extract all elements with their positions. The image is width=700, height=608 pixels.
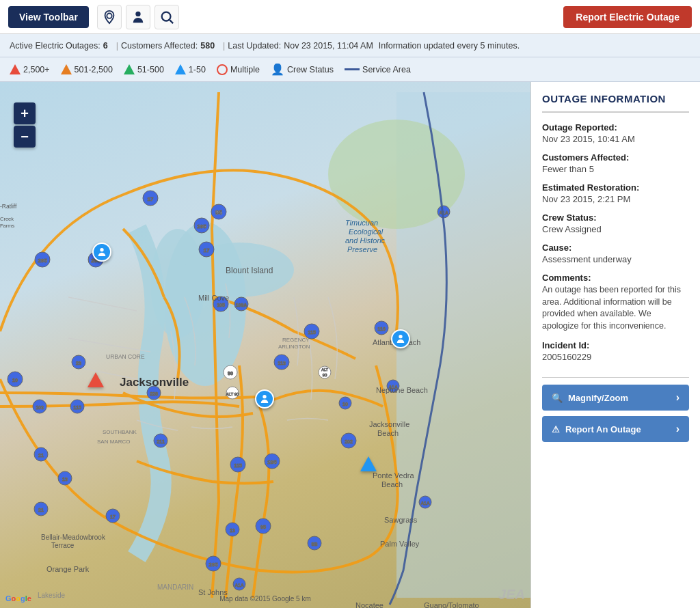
zoom-in-button[interactable]: + [14, 102, 36, 124]
active-outages-value: 6 [103, 41, 108, 51]
report-chevron-icon: › [676, 423, 679, 435]
header: View Toolbar Report Electric Outage [0, 0, 700, 34]
svg-text:Farms: Farms [0, 223, 14, 229]
report-electric-outage-button[interactable]: Report Electric Outage [563, 6, 692, 28]
svg-line-3 [170, 20, 173, 23]
svg-text:Bellair-Meadowbrook: Bellair-Meadowbrook [41, 534, 106, 541]
update-note: Information updated every 5 minutes. [379, 41, 520, 51]
crew-status-value: Crew Assigned [542, 224, 689, 234]
incident-id-value: 2005160229 [542, 352, 689, 362]
svg-text:90: 90 [323, 373, 327, 377]
customers-affected-value-panel: Fewer than 5 [542, 164, 689, 174]
svg-text:295: 295 [267, 459, 277, 465]
svg-text:17: 17 [110, 514, 116, 519]
map-background: 95 295 295 295 295 295 105 202 17 17 113… [0, 82, 530, 608]
svg-text:10: 10 [342, 402, 348, 406]
svg-point-119 [399, 335, 402, 338]
svg-text:105: 105 [217, 303, 225, 307]
svg-text:Jacksonville: Jacksonville [120, 376, 189, 389]
legend-51-500: 51-500 [124, 64, 164, 74]
comments-label: Comments: [542, 273, 689, 283]
svg-text:Jacksonville: Jacksonville [369, 420, 409, 428]
zoom-controls: + − [14, 102, 36, 148]
svg-text:SOUTHBANK: SOUTHBANK [103, 429, 137, 435]
svg-text:115: 115 [234, 463, 242, 468]
active-outages-label: Active Electric Outages: [10, 41, 100, 51]
cause-field: Cause: Assessment underway [542, 243, 689, 264]
svg-text:Guano/Tolomato: Guano/Tolomato [424, 601, 479, 608]
svg-text:295: 295 [197, 223, 206, 230]
view-toolbar-button[interactable]: View Toolbar [8, 6, 89, 28]
svg-text:109A: 109A [236, 303, 247, 307]
svg-text:Palm Valley: Palm Valley [380, 540, 420, 548]
svg-text:211: 211 [157, 439, 165, 444]
svg-text:Lakeside: Lakeside [38, 592, 65, 599]
cause-value: Assessment underway [542, 254, 689, 264]
last-updated-value: Nov 23 2015, 11:04 AM [284, 41, 373, 51]
report-outage-label: Report An Outage [565, 424, 641, 434]
comments-value: An outage has been reported for this are… [542, 284, 689, 332]
customers-affected-value: 580 [200, 41, 215, 51]
cause-label: Cause: [542, 243, 689, 253]
svg-text:A1A: A1A [420, 501, 430, 506]
svg-text:Nocatee: Nocatee [355, 601, 383, 608]
right-panel: OUTAGE INFORMATION Outage Reported: Nov … [530, 82, 700, 608]
svg-text:115: 115 [73, 405, 81, 410]
svg-point-2 [162, 12, 171, 20]
incident-id-field: Incident Id: 2005160229 [542, 340, 689, 362]
svg-text:295: 295 [208, 562, 218, 568]
svg-text:Preserve: Preserve [347, 245, 377, 253]
incident-id-label: Incident Id: [542, 340, 689, 350]
svg-text:ALT: ALT [321, 368, 328, 372]
map-credit: Map data ©2015 Google 5 km [219, 595, 311, 603]
legend-service-area: Service Area [345, 65, 411, 74]
svg-text:Beach: Beach [377, 429, 399, 437]
crew-marker-1[interactable] [92, 243, 111, 262]
search-icon[interactable] [154, 5, 179, 29]
svg-text:-Ratliff: -Ratliff [0, 203, 17, 210]
estimated-restoration-label: Estimated Restoration: [542, 182, 689, 193]
report-outage-button[interactable]: ⚠ Report An Outage › [542, 416, 689, 442]
svg-text:23: 23 [76, 361, 81, 365]
zoom-out-button[interactable]: − [14, 126, 36, 148]
last-updated-label: Last Updated: [228, 41, 281, 51]
svg-text:Terrace: Terrace [51, 542, 75, 549]
svg-text:103: 103 [36, 405, 44, 410]
location-icon[interactable] [97, 5, 122, 29]
crew-marker-3[interactable] [391, 329, 410, 348]
svg-point-1 [135, 11, 140, 16]
svg-text:ARLINGTON: ARLINGTON [278, 344, 310, 350]
estimated-restoration-value: Nov 23 2015, 2:21 PM [542, 194, 689, 204]
svg-text:13: 13 [62, 477, 68, 482]
customers-affected-label: Customers Affected: [121, 41, 198, 51]
svg-text:115: 115 [308, 330, 316, 335]
legend-bar: 2,500+ 501-2,500 51-500 1-50 Multiple 👤 … [0, 57, 700, 82]
map-container[interactable]: 95 295 295 295 295 295 105 202 17 17 113… [0, 82, 530, 608]
outage-marker-teal[interactable] [360, 456, 377, 471]
svg-text:116: 116 [377, 327, 386, 331]
magnify-zoom-button[interactable]: 🔍 Magnify/Zoom › [542, 385, 689, 411]
legend-2500plus: 2,500+ [10, 64, 50, 74]
google-logo: Google [5, 594, 31, 603]
svg-text:Ponte Vedra: Ponte Vedra [373, 471, 414, 480]
svg-text:13: 13 [230, 528, 235, 533]
outage-marker-red[interactable] [88, 372, 104, 387]
magnify-zoom-label: Magnify/Zoom [568, 393, 628, 403]
svg-text:17: 17 [148, 196, 154, 202]
svg-text:Blount Island: Blount Island [226, 266, 273, 275]
legend-crew-status: 👤 Crew Status [271, 63, 334, 76]
svg-text:SAN MARCO: SAN MARCO [97, 439, 130, 445]
svg-text:Ecological: Ecological [349, 227, 383, 236]
svg-text:Creek: Creek [0, 216, 14, 222]
svg-text:Sawgrass: Sawgrass [384, 516, 418, 524]
svg-text:MANDARIN: MANDARIN [157, 583, 193, 591]
outage-reported-value: Nov 23 2015, 10:41 AM [542, 134, 689, 144]
svg-text:113: 113 [278, 361, 286, 365]
svg-text:REGENCY: REGENCY [282, 337, 310, 343]
svg-text:17: 17 [204, 247, 210, 253]
crew-marker-2[interactable] [255, 389, 274, 409]
map-roads-overlay: 95 295 295 295 295 295 105 202 17 17 113… [0, 82, 530, 608]
outage-reported-field: Outage Reported: Nov 23 2015, 10:41 AM [542, 122, 689, 144]
svg-text:and Historic: and Historic [345, 236, 386, 245]
person-icon[interactable] [126, 5, 150, 29]
